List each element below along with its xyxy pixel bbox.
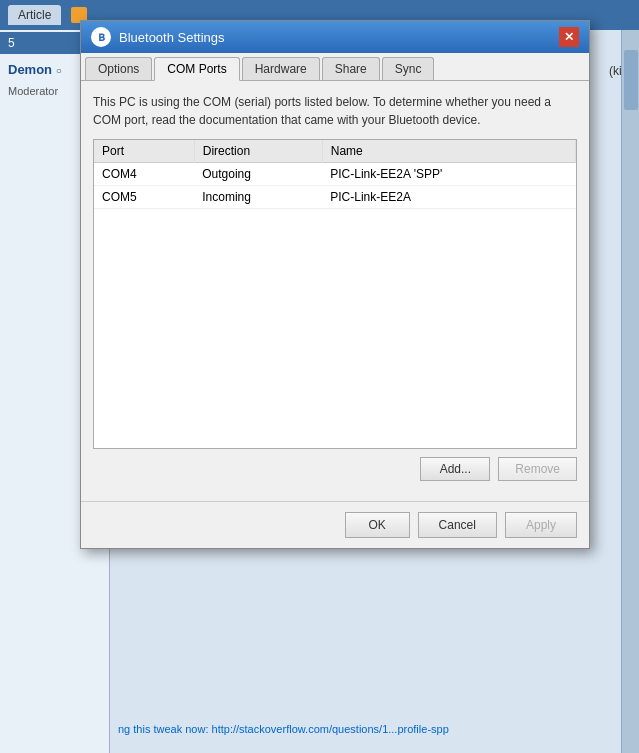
apply-button[interactable]: Apply: [505, 512, 577, 538]
cell-port-2: COM5: [94, 186, 194, 209]
tab-options[interactable]: Options: [85, 57, 152, 80]
scroll-thumb: [624, 50, 638, 110]
bluetooth-icon: ʙ: [91, 27, 111, 47]
dialog-title: Bluetooth Settings: [119, 30, 225, 45]
tab-hardware[interactable]: Hardware: [242, 57, 320, 80]
col-direction: Direction: [194, 140, 322, 163]
dialog-footer: OK Cancel Apply: [81, 501, 589, 548]
dialog-titlebar: ʙ Bluetooth Settings ✕: [81, 21, 589, 53]
col-name: Name: [322, 140, 575, 163]
description-text: This PC is using the COM (serial) ports …: [93, 93, 577, 129]
tab-bar: Options COM Ports Hardware Share Sync: [81, 53, 589, 81]
tab-sync[interactable]: Sync: [382, 57, 435, 80]
close-button[interactable]: ✕: [559, 27, 579, 47]
ports-table-container: Port Direction Name COM4 Outgoing PIC-Li…: [93, 139, 577, 449]
bottom-link: ng this tweak now: http://stackoverflow.…: [118, 723, 449, 735]
dialog-body: This PC is using the COM (serial) ports …: [81, 81, 589, 501]
port-actions: Add... Remove: [93, 457, 577, 481]
cancel-button[interactable]: Cancel: [418, 512, 497, 538]
add-button[interactable]: Add...: [420, 457, 490, 481]
col-port: Port: [94, 140, 194, 163]
article-tab: Article: [8, 5, 61, 25]
cell-direction-2: Incoming: [194, 186, 322, 209]
cell-name-1: PIC-Link-EE2A 'SPP': [322, 163, 575, 186]
cell-port-1: COM4: [94, 163, 194, 186]
tab-share[interactable]: Share: [322, 57, 380, 80]
cell-name-2: PIC-Link-EE2A: [322, 186, 575, 209]
bluetooth-dialog: ʙ Bluetooth Settings ✕ Options COM Ports…: [80, 20, 590, 549]
cell-direction-1: Outgoing: [194, 163, 322, 186]
table-row[interactable]: COM4 Outgoing PIC-Link-EE2A 'SPP': [94, 163, 576, 186]
table-row[interactable]: COM5 Incoming PIC-Link-EE2A: [94, 186, 576, 209]
tab-com-ports[interactable]: COM Ports: [154, 57, 239, 81]
scrollbar: [621, 30, 639, 753]
titlebar-left: ʙ Bluetooth Settings: [91, 27, 225, 47]
table-header-row: Port Direction Name: [94, 140, 576, 163]
ports-table: Port Direction Name COM4 Outgoing PIC-Li…: [94, 140, 576, 209]
ok-button[interactable]: OK: [345, 512, 410, 538]
remove-button[interactable]: Remove: [498, 457, 577, 481]
